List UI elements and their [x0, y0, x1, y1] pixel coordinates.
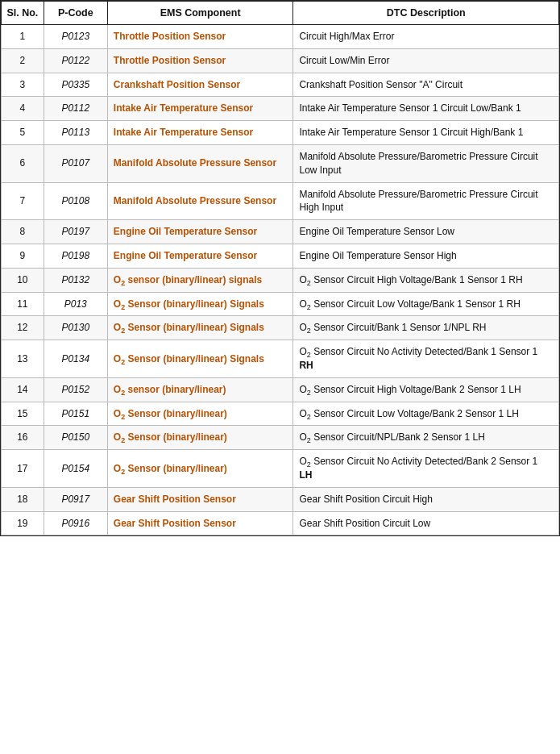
cell-dtc: Engine Oil Temperature Sensor Low	[293, 220, 559, 244]
cell-ems: O2 Sensor (binary/linear)	[107, 450, 293, 488]
header-ems: EMS Component	[107, 2, 293, 25]
cell-ems: Engine Oil Temperature Sensor	[107, 220, 293, 244]
cell-ems: Gear Shift Position Sensor	[107, 511, 293, 535]
cell-slno: 13	[2, 340, 44, 378]
cell-dtc: O2 Sensor Circuit High Voltage/Bank 2 Se…	[293, 377, 559, 402]
cell-dtc: Manifold Absolute Pressure/Barometric Pr…	[293, 144, 559, 182]
cell-ems: O2 Sensor (binary/linear)	[107, 402, 293, 426]
table-row: 8P0197Engine Oil Temperature SensorEngin…	[2, 220, 559, 244]
cell-slno: 1	[2, 25, 44, 49]
cell-dtc: O2 Sensor Circuit Low Voltage/Bank 1 Sen…	[293, 292, 559, 316]
cell-ems: Intake Air Temperature Sensor	[107, 97, 293, 121]
cell-ems: O2 sensor (binary/linear)	[107, 377, 293, 402]
cell-pcode: P0132	[44, 268, 107, 292]
cell-slno: 8	[2, 220, 44, 244]
cell-ems: O2 Sensor (binary/linear)	[107, 426, 293, 450]
table-row: 11P013O2 Sensor (binary/linear) SignalsO…	[2, 292, 559, 316]
cell-pcode: P0151	[44, 402, 107, 426]
cell-dtc: O2 Sensor Circuit/Bank 1 Sensor 1/NPL RH	[293, 316, 559, 340]
table-row: 5P0113Intake Air Temperature SensorIntak…	[2, 121, 559, 145]
cell-pcode: P0152	[44, 377, 107, 402]
header-pcode: P-Code	[44, 2, 107, 25]
cell-dtc: Gear Shift Position Circuit High	[293, 487, 559, 511]
table-row: 6P0107Manifold Absolute Pressure SensorM…	[2, 144, 559, 182]
cell-pcode: P0335	[44, 73, 107, 97]
cell-slno: 10	[2, 268, 44, 292]
cell-ems: O2 sensor (binary/linear) signals	[107, 268, 293, 292]
table-row: 9P0198Engine Oil Temperature SensorEngin…	[2, 244, 559, 268]
table-row: 17P0154O2 Sensor (binary/linear)O2 Senso…	[2, 450, 559, 488]
cell-dtc: O2 Sensor Circuit No Activity Detected/B…	[293, 340, 559, 378]
cell-slno: 18	[2, 487, 44, 511]
cell-slno: 16	[2, 426, 44, 450]
cell-pcode: P0197	[44, 220, 107, 244]
table-row: 16P0150O2 Sensor (binary/linear)O2 Senso…	[2, 426, 559, 450]
header-slno: Sl. No.	[2, 2, 44, 25]
cell-slno: 7	[2, 182, 44, 220]
table-row: 1P0123Throttle Position SensorCircuit Hi…	[2, 25, 559, 49]
cell-dtc: Crankshaft Position Sensor "A" Circuit	[293, 73, 559, 97]
cell-dtc: O2 Sensor Circuit/NPL/Bank 2 Sensor 1 LH	[293, 426, 559, 450]
cell-slno: 11	[2, 292, 44, 316]
cell-pcode: P0122	[44, 48, 107, 73]
cell-ems: O2 Sensor (binary/linear) Signals	[107, 292, 293, 316]
table-row: 2P0122Throttle Position SensorCircuit Lo…	[2, 48, 559, 73]
cell-ems: Manifold Absolute Pressure Sensor	[107, 182, 293, 220]
cell-pcode: P0150	[44, 426, 107, 450]
table-row: 13P0134O2 Sensor (binary/linear) Signals…	[2, 340, 559, 378]
cell-slno: 12	[2, 316, 44, 340]
cell-pcode: P0154	[44, 450, 107, 488]
cell-pcode: P0107	[44, 144, 107, 182]
dtc-table: Sl. No. P-Code EMS Component DTC Descrip…	[1, 1, 559, 535]
cell-pcode: P0108	[44, 182, 107, 220]
cell-ems: Throttle Position Sensor	[107, 25, 293, 49]
cell-dtc: Circuit Low/Min Error	[293, 48, 559, 73]
header-dtc: DTC Description	[293, 2, 559, 25]
table-row: 10P0132O2 sensor (binary/linear) signals…	[2, 268, 559, 292]
cell-pcode: P0123	[44, 25, 107, 49]
cell-pcode: P0112	[44, 97, 107, 121]
cell-slno: 4	[2, 97, 44, 121]
cell-ems: Manifold Absolute Pressure Sensor	[107, 144, 293, 182]
cell-pcode: P0917	[44, 487, 107, 511]
cell-slno: 6	[2, 144, 44, 182]
cell-slno: 5	[2, 121, 44, 145]
cell-dtc: O2 Sensor Circuit Low Voltage/Bank 2 Sen…	[293, 402, 559, 426]
cell-dtc: Circuit High/Max Error	[293, 25, 559, 49]
cell-dtc: Gear Shift Position Circuit Low	[293, 511, 559, 535]
cell-ems: Crankshaft Position Sensor	[107, 73, 293, 97]
cell-slno: 14	[2, 377, 44, 402]
cell-dtc: Manifold Absolute Pressure/Barometric Pr…	[293, 182, 559, 220]
cell-pcode: P013	[44, 292, 107, 316]
cell-slno: 9	[2, 244, 44, 268]
cell-slno: 2	[2, 48, 44, 73]
cell-dtc: O2 Sensor Circuit No Activity Detected/B…	[293, 450, 559, 488]
cell-slno: 15	[2, 402, 44, 426]
cell-ems: Gear Shift Position Sensor	[107, 487, 293, 511]
cell-ems: Intake Air Temperature Sensor	[107, 121, 293, 145]
cell-dtc: O2 Sensor Circuit High Voltage/Bank 1 Se…	[293, 268, 559, 292]
table-row: 4P0112Intake Air Temperature SensorIntak…	[2, 97, 559, 121]
cell-pcode: P0916	[44, 511, 107, 535]
cell-ems: Engine Oil Temperature Sensor	[107, 244, 293, 268]
cell-slno: 19	[2, 511, 44, 535]
cell-pcode: P0130	[44, 316, 107, 340]
cell-dtc: Intake Air Temperature Sensor 1 Circuit …	[293, 121, 559, 145]
cell-slno: 17	[2, 450, 44, 488]
table-row: 14P0152O2 sensor (binary/linear)O2 Senso…	[2, 377, 559, 402]
cell-pcode: P0198	[44, 244, 107, 268]
table-header-row: Sl. No. P-Code EMS Component DTC Descrip…	[2, 2, 559, 25]
table-row: 7P0108Manifold Absolute Pressure SensorM…	[2, 182, 559, 220]
cell-pcode: P0134	[44, 340, 107, 378]
table-row: 18P0917Gear Shift Position SensorGear Sh…	[2, 487, 559, 511]
cell-ems: O2 Sensor (binary/linear) Signals	[107, 340, 293, 378]
main-table-container: Sl. No. P-Code EMS Component DTC Descrip…	[0, 0, 560, 536]
cell-slno: 3	[2, 73, 44, 97]
cell-ems: Throttle Position Sensor	[107, 48, 293, 73]
cell-pcode: P0113	[44, 121, 107, 145]
cell-ems: O2 Sensor (binary/linear) Signals	[107, 316, 293, 340]
table-row: 3P0335Crankshaft Position SensorCranksha…	[2, 73, 559, 97]
table-row: 15P0151O2 Sensor (binary/linear)O2 Senso…	[2, 402, 559, 426]
table-row: 19P0916Gear Shift Position SensorGear Sh…	[2, 511, 559, 535]
table-row: 12P0130O2 Sensor (binary/linear) Signals…	[2, 316, 559, 340]
